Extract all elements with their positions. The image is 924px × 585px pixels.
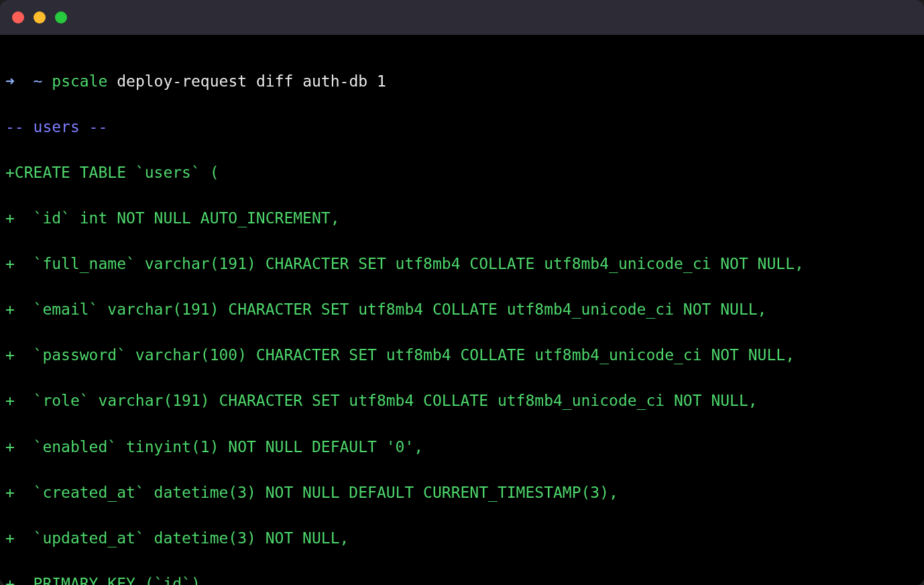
terminal-window: ➜ ~ pscale deploy-request diff auth-db 1… [0,0,924,585]
command-line: ➜ ~ pscale deploy-request diff auth-db 1 [5,70,919,93]
prompt-arrow: ➜ [5,72,15,90]
prompt-tilde: ~ [34,72,43,90]
close-window-button[interactable] [12,11,24,23]
output-header: -- users -- [5,115,919,138]
diff-line: + `created_at` datetime(3) NOT NULL DEFA… [5,481,919,504]
terminal-body[interactable]: ➜ ~ pscale deploy-request diff auth-db 1… [0,35,924,585]
command-binary: pscale [52,72,107,90]
diff-line: +CREATE TABLE `users` ( [5,161,919,184]
diff-line: + `updated_at` datetime(3) NOT NULL, [5,527,919,549]
minimize-window-button[interactable] [34,11,46,23]
window-titlebar [0,0,924,35]
diff-line: + `enabled` tinyint(1) NOT NULL DEFAULT … [5,435,919,458]
command-args: deploy-request diff auth-db 1 [117,72,386,90]
diff-line: + `id` int NOT NULL AUTO_INCREMENT, [5,207,919,229]
maximize-window-button[interactable] [55,11,67,23]
diff-line: + `full_name` varchar(191) CHARACTER SET… [5,252,919,275]
diff-line: + `role` varchar(191) CHARACTER SET utf8… [5,389,919,412]
diff-line: + PRIMARY KEY (`id`), [5,572,919,585]
diff-line: + `email` varchar(191) CHARACTER SET utf… [5,298,919,321]
diff-line: + `password` varchar(100) CHARACTER SET … [5,343,919,366]
